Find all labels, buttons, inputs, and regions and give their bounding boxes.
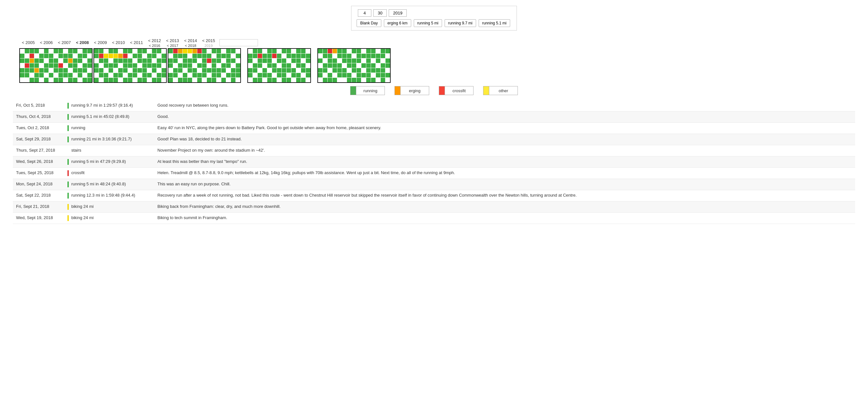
log-workout: running <box>64 123 154 134</box>
log-workout: stairs <box>64 145 154 156</box>
year-nav-2014[interactable]: < 2014 <box>182 38 199 44</box>
year-nav-2019[interactable]: 2019 <box>205 44 213 48</box>
year-input[interactable] <box>389 9 407 17</box>
log-notes: Good recovery run between long runs. <box>154 100 855 112</box>
heatmap-year-2010 <box>93 48 167 83</box>
log-row: Thurs, Oct 4, 2018 running 5.1 mi in 45:… <box>13 112 855 123</box>
year-nav-2009[interactable]: < 2009 <box>92 39 110 46</box>
date-picker-row <box>356 9 510 17</box>
date-picker-section: Blank Day erging 6 km running 5 mi runni… <box>0 0 868 34</box>
year-nav-row: < 2005 < 2006 < 2007 < 2008 < 2009 < 201… <box>0 34 868 48</box>
workout-text: running 5 mi in 47:29 (9:29.8) <box>71 159 126 164</box>
log-workout: biking 24 mi <box>64 202 154 213</box>
heatmap-year-2008 <box>19 48 93 83</box>
chip-erging[interactable]: erging 6 km <box>384 19 411 27</box>
date-picker-box: Blank Day erging 6 km running 5 mi runni… <box>351 6 517 31</box>
legend-erging: erging <box>395 86 429 95</box>
year-nav-2012[interactable]: < 2012 <box>146 38 163 44</box>
legend-color-other <box>483 86 489 95</box>
log-row: Wed, Sept 19, 2018 biking 24 mi Biking t… <box>13 213 855 224</box>
year-nav-2008[interactable]: < 2008 <box>73 39 91 46</box>
log-workout: biking 24 mi <box>64 213 154 224</box>
legend-other: other <box>483 86 518 95</box>
legend-crossfit: crossfit <box>439 86 473 95</box>
workout-type-bar <box>67 114 69 120</box>
log-date: Wed, Sept 19, 2018 <box>13 213 64 224</box>
log-row: Tues, Oct 2, 2018 running Easy 40' run i… <box>13 123 855 134</box>
year-nav-2016[interactable]: < 2016 <box>149 44 160 48</box>
log-notes: Biking to tech summit in Framingham. <box>154 213 855 224</box>
workout-type-bar <box>67 181 69 187</box>
log-row: Sat, Sept 29, 2018 running 21 mi in 3:16… <box>13 134 855 145</box>
workout-type-bar <box>67 170 69 176</box>
log-date: Fri, Sept 21, 2018 <box>13 202 64 213</box>
year-nav-2011[interactable]: < 2011 <box>127 39 146 46</box>
chip-blank-day[interactable]: Blank Day <box>356 19 381 27</box>
log-date: Sat, Sept 22, 2018 <box>13 190 64 202</box>
log-date: Tues, Oct 2, 2018 <box>13 123 64 134</box>
chip-running-51[interactable]: running 5.1 mi <box>479 19 510 27</box>
heatmap-year-2012 <box>168 48 241 83</box>
workout-text: stairs <box>71 148 81 153</box>
legend-label-running: running <box>356 86 385 95</box>
log-workout: running 5.1 mi in 45:02 (8:49.8) <box>64 112 154 123</box>
workout-log-table: Fri, Oct 5, 2018 running 9.7 mi in 1:29:… <box>13 100 855 224</box>
log-row: Thurs, Sept 27, 2018 stairs November Pro… <box>13 145 855 156</box>
year-nav-2007[interactable]: < 2007 <box>55 39 73 46</box>
legend-color-crossfit <box>439 86 444 95</box>
workout-text: running 5.1 mi in 45:02 (8:49.8) <box>71 114 129 119</box>
year-search-input[interactable] <box>219 39 258 46</box>
chip-running-9[interactable]: running 9.7 mi <box>444 19 476 27</box>
log-row: Fri, Oct 5, 2018 running 9.7 mi in 1:29:… <box>13 100 855 112</box>
workout-text: biking 24 mi <box>71 215 93 220</box>
legend-color-erging <box>395 86 400 95</box>
workout-text: running 5 mi in 48:24 (9:40.8) <box>71 181 126 186</box>
day-input[interactable] <box>358 9 371 17</box>
log-notes: At least this was better than my last "t… <box>154 156 855 168</box>
legend-running: running <box>350 86 385 95</box>
year-nav-2013[interactable]: < 2013 <box>163 38 182 44</box>
legend-color-running <box>350 86 356 95</box>
log-notes: November Project on my own: around the s… <box>154 145 855 156</box>
workout-text: running <box>71 125 85 130</box>
log-date: Mon, Sept 24, 2018 <box>13 179 64 190</box>
log-workout: running 9.7 mi in 1:29:57 (9:16.4) <box>64 100 154 112</box>
log-row: Mon, Sept 24, 2018 running 5 mi in 48:24… <box>13 179 855 190</box>
workout-text: biking 24 mi <box>71 204 93 209</box>
log-workout: running 21 mi in 3:16:36 (9:21.7) <box>64 134 154 145</box>
year-nav-2010[interactable]: < 2010 <box>110 39 127 46</box>
workout-type-bar <box>67 148 69 154</box>
workout-text: running 9.7 mi in 1:29:57 (9:16.4) <box>71 103 133 108</box>
log-notes: Good! Plan was 18, decided to do 21 inst… <box>154 134 855 145</box>
workout-text: crossfit <box>71 170 85 175</box>
chip-running-5[interactable]: running 5 mi <box>414 19 442 27</box>
log-date: Sat, Sept 29, 2018 <box>13 134 64 145</box>
heatmap-section <box>0 48 868 83</box>
log-row: Fri, Sept 21, 2018 biking 24 mi Biking b… <box>13 202 855 213</box>
year-nav-2017[interactable]: < 2017 <box>167 44 178 48</box>
legend-label-other: other <box>489 86 518 95</box>
workout-type-bar <box>67 215 69 221</box>
log-workout: running 12.3 mi in 1:59:48 (9:44.4) <box>64 190 154 202</box>
workout-type-bar <box>67 103 69 109</box>
month-input[interactable] <box>373 9 387 17</box>
year-nav-2006[interactable]: < 2006 <box>37 39 55 46</box>
log-notes: Biking back from Framingham: clear, dry,… <box>154 202 855 213</box>
workout-type-bar <box>67 125 69 131</box>
year-nav-2018[interactable]: < 2018 <box>185 44 196 48</box>
year-nav-2005[interactable]: < 2005 <box>19 39 37 46</box>
log-workout: running 5 mi in 47:29 (9:29.8) <box>64 156 154 168</box>
log-notes: Recovery run after a week of not running… <box>154 190 855 202</box>
heatmap-year-2015 <box>247 48 311 83</box>
log-date: Fri, Oct 5, 2018 <box>13 100 64 112</box>
log-workout: crossfit <box>64 168 154 179</box>
year-nav-2015[interactable]: < 2015 <box>199 38 217 44</box>
log-date: Thurs, Sept 27, 2018 <box>13 145 64 156</box>
log-date: Thurs, Oct 4, 2018 <box>13 112 64 123</box>
workout-log-section: Fri, Oct 5, 2018 running 9.7 mi in 1:29:… <box>0 100 868 224</box>
legend-section: running erging crossfit other <box>0 83 868 100</box>
workout-text: running 21 mi in 3:16:36 (9:21.7) <box>71 137 132 141</box>
log-row: Sat, Sept 22, 2018 running 12.3 mi in 1:… <box>13 190 855 202</box>
log-row: Tues, Sept 25, 2018 crossfit Helen. Trea… <box>13 168 855 179</box>
workout-chips: Blank Day erging 6 km running 5 mi runni… <box>356 19 510 27</box>
